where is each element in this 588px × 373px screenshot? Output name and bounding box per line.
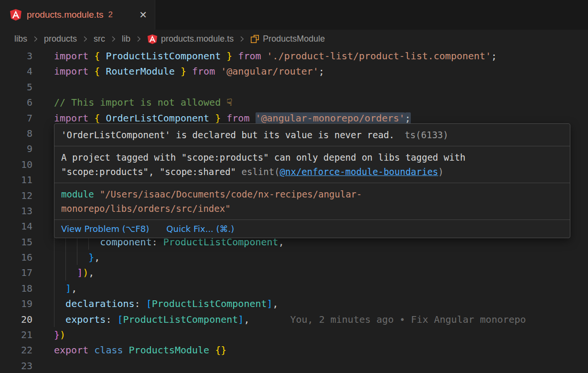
code-token: ] [65, 283, 71, 294]
view-problem-action[interactable]: View Problem (⌥F8) [61, 224, 149, 234]
code-line-21[interactable]: 21}) [0, 327, 588, 342]
code-token [100, 50, 106, 62]
line-number: 20 [0, 312, 32, 327]
breadcrumb-label: products [44, 34, 77, 44]
code-token: , [244, 314, 249, 325]
code-token: } [226, 50, 232, 62]
code-token [88, 50, 94, 62]
breadcrumb-label: lib [122, 34, 130, 44]
chevron-right-icon [109, 35, 118, 43]
code-token [209, 344, 215, 356]
code-token: '@angular/router' [221, 66, 319, 77]
breadcrumb-item-products-module-ts[interactable]: products.module.ts [147, 34, 234, 44]
code-line-17[interactable]: 17 ]), [0, 265, 588, 280]
breadcrumb-item-src[interactable]: src [94, 34, 105, 44]
line-number: 16 [0, 250, 32, 265]
eslint-rule-link[interactable]: @nx/enforce-module-boundaries [280, 166, 438, 177]
code-token: export [54, 344, 88, 356]
code-token [175, 66, 181, 77]
chevron-right-icon [238, 35, 246, 43]
code-token: ) [83, 267, 88, 278]
code-token: ProductListComponent [106, 50, 221, 62]
code-token [54, 314, 65, 325]
code-token: ; [319, 66, 324, 77]
code-line-4[interactable]: 4import { RouterModule } from '@angular/… [0, 64, 588, 79]
code-line-20[interactable]: 20 exports: [ProductListComponent],You, … [0, 312, 588, 327]
code-token [232, 50, 238, 62]
module-keyword: module [61, 189, 94, 199]
line-number: 18 [0, 281, 32, 296]
breadcrumb-item-libs[interactable]: libs [14, 34, 27, 44]
code-token [54, 298, 65, 309]
tab-title: products.module.ts [27, 10, 104, 20]
quick-fix-action[interactable]: Quick Fix... (⌘.) [166, 224, 234, 234]
class-icon [250, 34, 259, 44]
code-token: ; [491, 50, 497, 62]
line-number: 8 [0, 126, 32, 141]
line-number: 7 [0, 110, 32, 126]
angular-icon [147, 34, 158, 44]
breadcrumb-label: src [94, 34, 105, 44]
code-line-5[interactable]: 5 [0, 79, 588, 95]
code-line-3[interactable]: 3import { ProductListComponent } from '.… [0, 48, 588, 64]
indent-guide [54, 312, 54, 327]
code-token: declarations [65, 298, 135, 309]
code-token [249, 112, 255, 124]
indent-guide [54, 250, 54, 265]
code-token: import [54, 66, 88, 77]
code-token [88, 66, 94, 77]
code-token: [ [146, 298, 152, 309]
code-token: : [135, 298, 140, 309]
indent-guide [54, 281, 54, 296]
breadcrumb-item-productsmodule[interactable]: ProductsModule [250, 34, 325, 44]
code-token [221, 50, 226, 62]
code-line-16[interactable]: 16 }, [0, 250, 588, 265]
line-number: 11 [0, 172, 32, 187]
line-number: 12 [0, 188, 32, 203]
line-number: 23 [0, 358, 32, 373]
code-token: ) [60, 329, 65, 340]
code-line-19[interactable]: 19 declarations: [ProductListComponent], [0, 296, 588, 311]
code-content: import { RouterModule } from '@angular/r… [32, 64, 588, 79]
code-token: from [192, 66, 215, 77]
eslint-message-line1: A project tagged with "scope:products" c… [61, 150, 563, 165]
code-token [123, 344, 129, 356]
line-number: 13 [0, 203, 32, 219]
close-icon[interactable]: ✕ [139, 9, 147, 21]
code-line-23[interactable]: 23 [0, 358, 588, 373]
ts-diagnostic-code: ts(6133) [405, 130, 449, 140]
code-content [32, 79, 588, 95]
code-token: from [238, 50, 261, 62]
tab-products-module-ts[interactable]: products.module.ts 2 ✕ [0, 0, 155, 30]
code-token [140, 298, 146, 309]
code-line-22[interactable]: 22export class ProductsModule {} [0, 342, 588, 358]
code-content: // This import is not allowed ☟ [32, 95, 588, 110]
code-token: class [94, 344, 123, 356]
tab-problems-badge: 2 [108, 10, 113, 20]
chevron-right-icon [135, 35, 143, 43]
editor[interactable]: 3import { ProductListComponent } from '.… [0, 48, 588, 373]
code-token [54, 283, 65, 294]
code-token: ProductsModule [129, 344, 210, 356]
module-path-line1: "/Users/isaac/Documents/code/nx-recipes/… [100, 189, 362, 199]
breadcrumb-item-products[interactable]: products [44, 34, 77, 44]
code-token [100, 112, 106, 124]
chevron-right-icon [32, 35, 40, 43]
code-token: ProductListComponent [123, 314, 238, 325]
hover-popup: 'OrderListComponent' is declared but its… [54, 123, 570, 238]
line-number: 3 [0, 48, 32, 64]
code-token: , [94, 252, 100, 263]
breadcrumb-item-lib[interactable]: lib [122, 34, 130, 44]
code-line-6[interactable]: 6// This import is not allowed ☟ [0, 95, 588, 110]
code-token: {} [215, 344, 226, 356]
code-token: } [181, 66, 186, 77]
indent-guide [65, 250, 66, 265]
code-token: ] [77, 267, 83, 278]
code-token [54, 252, 88, 263]
code-content: import { ProductListComponent } from './… [32, 48, 588, 64]
code-token: './product-list/product-list.component' [267, 50, 492, 62]
code-token [100, 66, 106, 77]
indent-guide [77, 250, 77, 265]
code-line-18[interactable]: 18 ], [0, 281, 588, 296]
line-number: 21 [0, 327, 32, 342]
